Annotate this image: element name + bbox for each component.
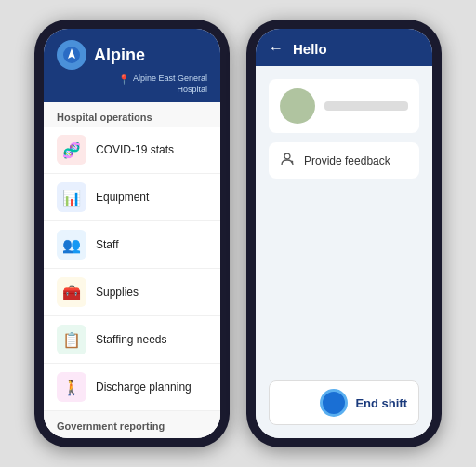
menu-item-supplies[interactable]: 🧰 Supplies bbox=[44, 269, 220, 316]
staffing-label: Staffing needs bbox=[96, 333, 167, 346]
menu-item-equipment[interactable]: 📊 Equipment bbox=[44, 174, 220, 221]
right-header: ← Hello bbox=[256, 29, 432, 66]
feedback-label: Provide feedback bbox=[304, 154, 390, 167]
feedback-person-icon bbox=[280, 152, 295, 167]
menu-item-covid[interactable]: 🧬 COVID-19 stats bbox=[44, 127, 220, 174]
discharge-icon: 🚶 bbox=[57, 372, 86, 402]
right-header-title: Hello bbox=[293, 41, 327, 57]
right-phone: ← Hello Provide feedback bbox=[246, 20, 442, 447]
menu-item-staff[interactable]: 👥 Staff bbox=[44, 221, 220, 269]
supplies-icon: 🧰 bbox=[57, 277, 86, 307]
equipment-label: Equipment bbox=[96, 191, 149, 204]
right-screen: ← Hello Provide feedback bbox=[256, 29, 432, 438]
equipment-icon: 📊 bbox=[57, 182, 86, 212]
left-header: Alpine 📍 Alpine East General Hospital bbox=[44, 29, 220, 102]
discharge-label: Discharge planning bbox=[96, 380, 192, 394]
left-content: Hospital operations 🧬 COVID-19 stats 📊 E… bbox=[44, 102, 220, 438]
feedback-section[interactable]: Provide feedback bbox=[269, 142, 419, 179]
staffing-icon: 📋 bbox=[57, 325, 86, 354]
menu-item-discharge[interactable]: 🚶 Discharge planning bbox=[44, 364, 220, 411]
alpine-logo-icon bbox=[62, 46, 81, 64]
left-screen: Alpine 📍 Alpine East General Hospital Ho… bbox=[44, 29, 220, 438]
location-text: Alpine East General Hospital bbox=[133, 73, 207, 95]
staff-label: Staff bbox=[96, 238, 118, 251]
covid-icon: 🧬 bbox=[57, 135, 86, 165]
content-spacer bbox=[269, 188, 419, 380]
end-shift-circle-icon bbox=[320, 389, 348, 417]
hospital-location: 📍 Alpine East General Hospital bbox=[57, 73, 207, 95]
menu-item-staffing[interactable]: 📋 Staffing needs bbox=[44, 316, 220, 364]
section-hospital-ops: Hospital operations bbox=[44, 102, 220, 127]
location-pin-icon: 📍 bbox=[118, 74, 129, 85]
user-name-blurred bbox=[324, 101, 408, 111]
section-government: Government reporting bbox=[44, 411, 220, 435]
end-shift-row[interactable]: End shift bbox=[269, 380, 419, 425]
app-logo bbox=[57, 40, 86, 70]
avatar bbox=[280, 88, 315, 124]
right-content: Provide feedback End shift bbox=[256, 66, 432, 438]
app-title: Alpine bbox=[94, 46, 145, 65]
left-phone: Alpine 📍 Alpine East General Hospital Ho… bbox=[34, 20, 230, 447]
covid-label: COVID-19 stats bbox=[96, 143, 174, 156]
feedback-icon bbox=[280, 152, 295, 169]
end-shift-button[interactable]: End shift bbox=[355, 396, 407, 410]
svg-point-2 bbox=[284, 153, 290, 159]
back-button[interactable]: ← bbox=[269, 40, 284, 57]
supplies-label: Supplies bbox=[96, 286, 139, 299]
profile-section bbox=[269, 79, 419, 133]
staff-icon: 👥 bbox=[57, 230, 86, 260]
